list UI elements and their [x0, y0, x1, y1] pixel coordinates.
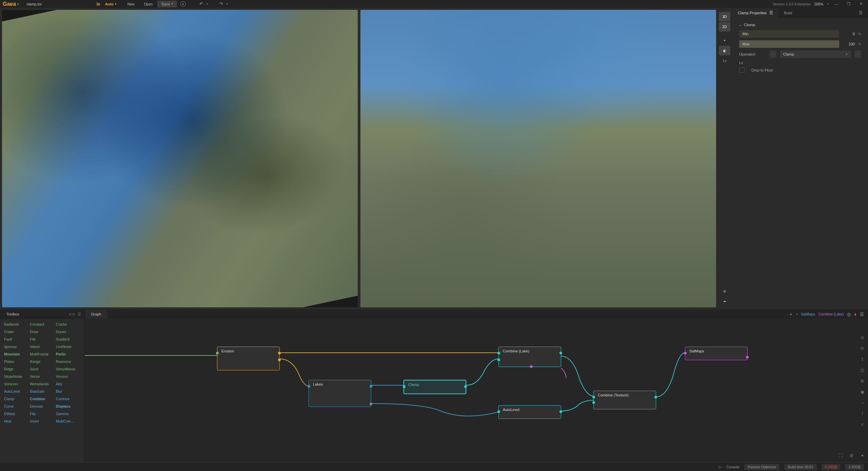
- magic-icon[interactable]: ✦: [859, 452, 866, 459]
- minimize-button[interactable]: —: [832, 1, 841, 7]
- graph-canvas[interactable]: Erosion Lakes Clamp Combine (Lake): [85, 319, 868, 462]
- toolbox-item-shinywaves[interactable]: ShinyWaves: [56, 366, 80, 372]
- menu-icon[interactable]: ☰: [860, 312, 864, 317]
- toolbox-item-flip[interactable]: Flip: [30, 411, 54, 416]
- auto-caret[interactable]: ▾: [115, 2, 117, 6]
- toolbox-item-resource[interactable]: Resource: [56, 359, 80, 364]
- toolbox-item-abs[interactable]: Abs: [56, 381, 80, 387]
- toolbox-item-gamma[interactable]: Gamma: [56, 411, 80, 416]
- tab-graph[interactable]: Graph: [85, 310, 107, 319]
- passive-optimizer[interactable]: Passive Optimizer: [744, 464, 780, 470]
- drop-checkbox[interactable]: [739, 67, 745, 73]
- close-button[interactable]: ✕: [856, 1, 865, 7]
- pin-icon[interactable]: ⊡: [859, 366, 866, 374]
- viewport-3d[interactable]: [2, 10, 358, 307]
- min-field[interactable]: Min: [739, 30, 839, 38]
- resolution-button[interactable]: 1k: [96, 2, 100, 6]
- toolbox-collapse-icon[interactable]: ‹: [3, 312, 4, 316]
- viewport-2d[interactable]: [360, 10, 716, 307]
- toolbox-item-multicom…[interactable]: MultiCom…: [56, 418, 80, 424]
- add-button[interactable]: +: [180, 1, 186, 7]
- toolbox-item-cracks[interactable]: Cracks: [56, 322, 80, 327]
- toolbox-item-dunes[interactable]: Dunes: [56, 329, 80, 334]
- toolbox-item-file[interactable]: File: [30, 336, 54, 342]
- console-button[interactable]: Console: [726, 465, 739, 469]
- node-satmaps[interactable]: SatMaps: [685, 347, 748, 360]
- op-prev-button[interactable]: ‹: [770, 50, 776, 58]
- sphere-icon[interactable]: ◐: [719, 46, 730, 55]
- crumb-satmaps[interactable]: SatMaps: [801, 312, 815, 316]
- toolbox-item-slopenoise[interactable]: SlopeNoise: [4, 374, 28, 379]
- flame-icon[interactable]: ♦: [854, 312, 856, 317]
- max-field[interactable]: Max: [739, 40, 839, 48]
- app-menu-caret[interactable]: ▾: [17, 2, 19, 6]
- route-icon[interactable]: ⤫: [859, 421, 866, 428]
- toolbox-item-sand[interactable]: Sand: [30, 366, 54, 372]
- node-autolevel[interactable]: AutoLevel: [498, 405, 561, 419]
- cloud-icon[interactable]: ☁: [719, 296, 730, 305]
- share-icon[interactable]: ⤴: [859, 410, 866, 417]
- tab-build[interactable]: Build: [778, 8, 797, 17]
- play-icon[interactable]: ▷: [719, 465, 722, 469]
- tab-properties[interactable]: Clamp Properties ☰: [732, 8, 778, 18]
- open-button[interactable]: Open: [139, 1, 158, 7]
- toolbox-item-constant[interactable]: Constant: [30, 322, 54, 327]
- toolbox-item-combine[interactable]: Combine: [30, 396, 54, 402]
- forward-icon[interactable]: →: [859, 399, 866, 406]
- add-node-icon[interactable]: +: [790, 312, 792, 317]
- toggle-icon[interactable]: ⊂⊃: [69, 312, 75, 316]
- toolbox-item-clamp[interactable]: Clamp: [4, 396, 28, 402]
- layout-icon[interactable]: ⊞: [848, 452, 855, 459]
- section-caret-icon[interactable]: ⌄: [739, 23, 742, 26]
- toolbox-item-igneous[interactable]: Igneous: [4, 344, 28, 349]
- toolbox-item-worselands[interactable]: Worselands: [30, 381, 54, 387]
- lv-button[interactable]: Lv: [719, 56, 730, 65]
- node-clamp[interactable]: Clamp: [403, 380, 466, 394]
- toolbox-item-curve[interactable]: Curve: [4, 404, 28, 409]
- toolbox-item-island[interactable]: Island: [30, 344, 54, 349]
- toolbox-item-vector[interactable]: Vector: [30, 374, 54, 379]
- toolbox-item-draw[interactable]: Draw: [30, 329, 54, 334]
- toolbox-item-multifractal[interactable]: MultiFractal: [30, 351, 54, 357]
- op-next-button[interactable]: ›: [854, 50, 861, 58]
- toolbox-item-invert[interactable]: Invert: [30, 418, 54, 424]
- menu-icon[interactable]: ☰: [78, 312, 81, 316]
- redo-icon[interactable]: ↷: [219, 1, 223, 6]
- node-erosion[interactable]: Erosion: [217, 347, 280, 370]
- toolbox-item-fault[interactable]: Fault: [4, 336, 28, 342]
- toolbox-item-voronoi[interactable]: Voronoi: [56, 374, 80, 379]
- save-button[interactable]: Save •: [157, 1, 177, 7]
- auto-button[interactable]: Auto: [105, 2, 114, 6]
- toolbox-item-range[interactable]: Range: [30, 359, 54, 364]
- mode-2d-button[interactable]: 2D: [719, 22, 730, 32]
- toolbox-item-linenoise[interactable]: LineNoise: [56, 344, 80, 349]
- toolbox-item-displace[interactable]: Displace: [56, 404, 80, 409]
- node-lakes[interactable]: Lakes: [309, 380, 371, 407]
- toolbox-item-biasgain[interactable]: BiasGain: [30, 389, 54, 394]
- redo-caret[interactable]: ▾: [226, 2, 228, 5]
- toolbox-item-crater[interactable]: Crater: [4, 329, 28, 334]
- refresh-icon[interactable]: ⟳: [859, 345, 866, 352]
- toolbox-item-badlands[interactable]: Badlands: [4, 322, 28, 327]
- undo-icon[interactable]: ↶: [199, 1, 203, 6]
- grid-icon[interactable]: ⊞: [719, 286, 730, 296]
- mode-3d-button[interactable]: 3D: [719, 12, 730, 21]
- toolbox-item-autolevel[interactable]: AutoLevel: [4, 389, 28, 394]
- zoom-label[interactable]: 100%: [814, 2, 823, 6]
- node-combine-texture[interactable]: Combine (Texture): [593, 391, 656, 409]
- toolbox-item-perlin[interactable]: Perlin: [56, 351, 80, 357]
- target-icon[interactable]: ◎: [847, 312, 851, 317]
- tab-menu[interactable]: ☰: [853, 8, 868, 18]
- toolbox-item-plates[interactable]: Plates: [4, 359, 28, 364]
- operation-select[interactable]: Clamp ▾: [780, 50, 851, 58]
- gear-icon[interactable]: ⚙: [859, 377, 866, 385]
- toolbox-item-mountain[interactable]: Mountain: [4, 351, 28, 357]
- add-caret[interactable]: ▾: [796, 313, 797, 316]
- undo-caret[interactable]: ▾: [206, 2, 208, 5]
- fit-icon[interactable]: ⛶: [837, 452, 844, 459]
- node-combine-lake[interactable]: Combine (Lake): [498, 347, 561, 367]
- new-button[interactable]: New: [123, 1, 139, 7]
- toolbox-item-blur[interactable]: Blur: [56, 389, 80, 394]
- maximize-button[interactable]: ❐: [844, 1, 853, 7]
- settings2-icon[interactable]: ◉: [859, 388, 866, 395]
